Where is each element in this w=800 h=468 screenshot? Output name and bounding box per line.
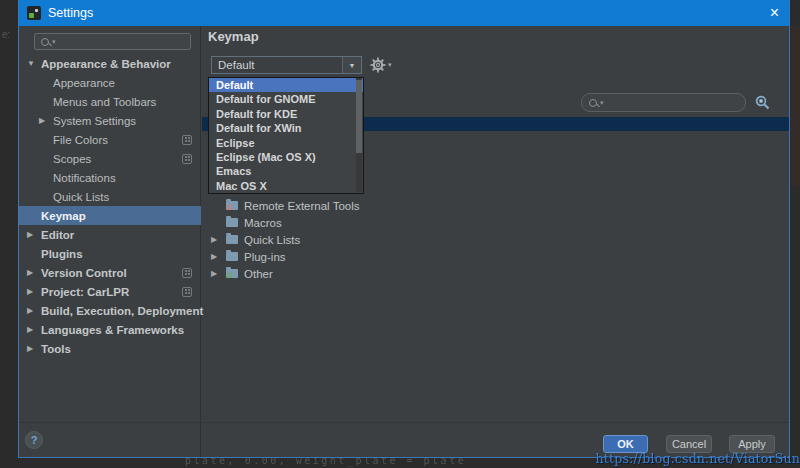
dropdown-option-default-for-gnome[interactable]: Default for GNOME (209, 92, 363, 106)
tree-item-quick-lists[interactable]: ▶Quick Lists (202, 231, 782, 248)
keymap-dropdown-popup: DefaultDefault for GNOMEDefault for KDED… (208, 77, 364, 194)
sidebar-item-label: Quick Lists (53, 191, 109, 203)
background-editor-stripe (791, 26, 800, 186)
sidebar-item-label: System Settings (53, 115, 136, 127)
folder-icon (226, 252, 238, 261)
sidebar-item-label: Scopes (53, 153, 91, 165)
dropdown-option-emacs[interactable]: Emacs (209, 164, 363, 178)
footer-separator (19, 422, 789, 423)
dropdown-option-mac-os-x[interactable]: Mac OS X (209, 179, 363, 193)
settings-dialog: Settings × ▾ ▼Appearance & BehaviorAppea… (18, 0, 790, 458)
sidebar-item-system-settings[interactable]: ▶System Settings (19, 111, 201, 130)
help-button[interactable]: ? (25, 431, 43, 449)
chevron-right-icon[interactable]: ▶ (27, 287, 41, 296)
dropdown-option-eclipse[interactable]: Eclipse (209, 136, 363, 150)
sidebar-item-label: Appearance & Behavior (41, 58, 171, 70)
chevron-down-icon[interactable]: ▼ (27, 59, 41, 68)
tree-item-label: Remote External Tools (244, 200, 359, 212)
chevron-right-icon[interactable]: ▶ (202, 269, 226, 278)
folder-icon (226, 269, 238, 278)
dropdown-option-list: DefaultDefault for GNOMEDefault for KDED… (209, 78, 363, 193)
close-icon[interactable]: × (770, 2, 779, 24)
sidebar-item-plugins[interactable]: Plugins (19, 244, 201, 263)
dropdown-scrollbar-thumb[interactable] (356, 80, 362, 153)
sidebar-item-label: Editor (41, 229, 74, 241)
chevron-right-icon[interactable]: ▶ (27, 230, 41, 239)
settings-search-input[interactable]: ▾ (34, 33, 191, 50)
keymap-combobox[interactable]: Default ▼ (211, 56, 362, 74)
action-search-input[interactable]: ▾ (581, 93, 746, 112)
project-level-badge-icon (182, 287, 192, 297)
folder-icon (226, 201, 238, 210)
sidebar-item-label: Notifications (53, 172, 116, 184)
tree-item-label: Other (244, 268, 273, 280)
chevron-right-icon[interactable]: ▶ (202, 235, 226, 244)
sidebar-item-label: Languages & Frameworks (41, 324, 184, 336)
keymap-action-tree: Remote External ToolsMacros▶Quick Lists▶… (202, 197, 782, 282)
tree-item-plug-ins[interactable]: ▶Plug-ins (202, 248, 782, 265)
keymap-combobox-value: Default (212, 57, 342, 73)
tree-item-other[interactable]: ▶Other (202, 265, 782, 282)
project-level-badge-icon (182, 268, 192, 278)
dropdown-option-default-for-kde[interactable]: Default for KDE (209, 107, 363, 121)
folder-icon (226, 235, 238, 244)
watermark-text: https://blog.csdn.net/ViatorSun (596, 451, 800, 466)
dropdown-option-default[interactable]: Default (209, 78, 363, 92)
project-level-badge-icon (182, 135, 192, 145)
sidebar-item-file-colors[interactable]: File Colors (19, 130, 201, 149)
sidebar-item-menus-and-toolbars[interactable]: Menus and Toolbars (19, 92, 201, 111)
sidebar-item-languages-frameworks[interactable]: ▶Languages & Frameworks (19, 320, 201, 339)
folder-overlay-green-icon (227, 273, 229, 275)
search-options-caret-icon[interactable]: ▾ (600, 99, 604, 107)
tree-item-label: Plug-ins (244, 251, 286, 263)
dropdown-option-default-for-xwin[interactable]: Default for XWin (209, 121, 363, 135)
sidebar-item-appearance[interactable]: Appearance (19, 73, 201, 92)
chevron-right-icon[interactable]: ▶ (27, 325, 41, 334)
tree-item-label: Quick Lists (244, 234, 300, 246)
combobox-arrow-icon[interactable]: ▼ (342, 57, 361, 73)
sidebar-item-editor[interactable]: ▶Editor (19, 225, 201, 244)
sidebar-item-label: Plugins (41, 248, 83, 260)
project-level-badge-icon (182, 154, 192, 164)
sidebar-item-list: ▼Appearance & BehaviorAppearanceMenus an… (19, 54, 201, 358)
sidebar-item-build-execution-deployment[interactable]: ▶Build, Execution, Deployment (19, 301, 201, 320)
sidebar-item-label: Menus and Toolbars (53, 96, 156, 108)
sidebar-item-label: Project: CarLPR (41, 286, 129, 298)
chevron-right-icon[interactable]: ▶ (27, 344, 41, 353)
settings-app-icon (27, 6, 41, 20)
sidebar-item-scopes[interactable]: Scopes (19, 149, 201, 168)
chevron-right-icon[interactable]: ▶ (27, 268, 41, 277)
chevron-right-icon[interactable]: ▶ (27, 306, 41, 315)
page-title: Keymap (208, 29, 259, 44)
window-title: Settings (48, 6, 93, 20)
chevron-right-icon[interactable]: ▶ (39, 116, 53, 125)
gear-icon (370, 57, 386, 73)
sidebar-item-label: Build, Execution, Deployment (41, 305, 203, 317)
sidebar-item-notifications[interactable]: Notifications (19, 168, 201, 187)
sidebar-item-tools[interactable]: ▶Tools (19, 339, 201, 358)
tree-item-remote-external-tools[interactable]: Remote External Tools (202, 197, 782, 214)
background-text-fragment: e: (2, 29, 10, 40)
sidebar-item-label: Tools (41, 343, 71, 355)
sidebar-item-label: File Colors (53, 134, 108, 146)
search-icon (589, 99, 597, 107)
titlebar[interactable]: Settings × (19, 0, 789, 26)
sidebar-item-label: Version Control (41, 267, 127, 279)
search-icon (41, 38, 49, 46)
search-options-caret-icon[interactable]: ▾ (52, 38, 56, 46)
chevron-right-icon[interactable]: ▶ (202, 252, 226, 261)
sidebar-item-project-carlpr[interactable]: ▶Project: CarLPR (19, 282, 201, 301)
sidebar-item-keymap[interactable]: Keymap (19, 206, 201, 225)
gear-caret-icon: ▾ (388, 61, 392, 69)
sidebar-item-label: Appearance (53, 77, 115, 89)
sidebar-item-appearance-behavior[interactable]: ▼Appearance & Behavior (19, 54, 201, 73)
keymap-settings-button[interactable]: ▾ (370, 57, 392, 73)
sidebar-item-version-control[interactable]: ▶Version Control (19, 263, 201, 282)
find-by-shortcut-icon[interactable] (754, 94, 772, 112)
sidebar-item-label: Keymap (41, 210, 86, 222)
sidebar-item-quick-lists[interactable]: Quick Lists (19, 187, 201, 206)
tree-item-label: Macros (244, 217, 282, 229)
dropdown-option-eclipse-mac-os-x[interactable]: Eclipse (Mac OS X) (209, 150, 363, 164)
folder-overlay-red-icon (227, 205, 229, 207)
tree-item-macros[interactable]: Macros (202, 214, 782, 231)
